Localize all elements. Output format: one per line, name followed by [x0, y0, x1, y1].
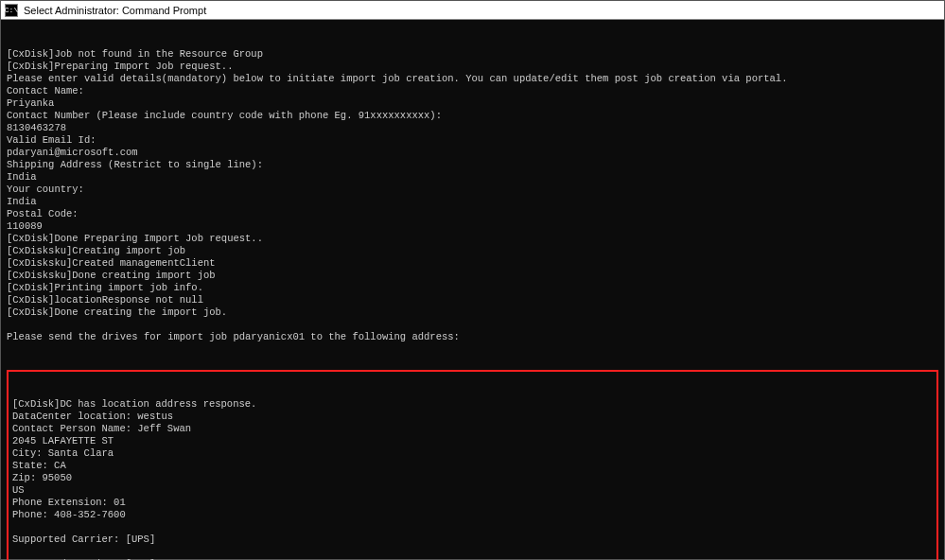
terminal-output[interactable]: [CxDisk]Job not found in the Resource Gr… — [1, 20, 944, 560]
terminal-line: Please enter valid details(mandatory) be… — [7, 73, 938, 85]
terminal-line: Zip: 95050 — [12, 472, 933, 484]
titlebar[interactable]: C:\ Select Administrator: Command Prompt — [1, 1, 944, 20]
terminal-line: City: Santa Clara — [12, 447, 933, 460]
terminal-line: 8130463278 — [7, 122, 938, 134]
terminal-upper-block: [CxDisk]Job not found in the Resource Gr… — [7, 48, 938, 343]
terminal-line: US — [12, 484, 933, 497]
terminal-line: 110089 — [7, 220, 938, 233]
terminal-line: State: CA — [12, 460, 933, 472]
terminal-line: India — [7, 196, 938, 208]
terminal-line: Supported Carrier: [UPS] — [12, 534, 933, 546]
terminal-line: India — [7, 171, 938, 184]
terminal-line: Postal Code: — [7, 208, 938, 220]
cmd-icon: C:\ — [5, 4, 18, 17]
terminal-line: Please send the drives for import job pd… — [7, 331, 938, 343]
terminal-line — [12, 546, 933, 558]
terminal-line: Valid Email Id: — [7, 134, 938, 147]
terminal-line: Phone Extension: 01 — [12, 497, 933, 509]
terminal-line: DataCenter location: westus — [12, 411, 933, 423]
terminal-line: [CxDisk]Job not found in the Resource Gr… — [7, 48, 938, 61]
terminal-line: [CxDisk]DC has location address response… — [12, 398, 933, 411]
terminal-line: [CxDisksku]Creating import job — [7, 245, 938, 257]
terminal-boxed-block: [CxDisk]DC has location address response… — [12, 398, 933, 560]
highlighted-output-box: [CxDisk]DC has location address response… — [7, 370, 938, 560]
window-title: Select Administrator: Command Prompt — [24, 5, 206, 16]
terminal-line: [CxDisk]Done Preparing Import Job reques… — [7, 233, 938, 245]
terminal-line: [CxDisksku]Created managementClient — [7, 257, 938, 270]
terminal-line: Priyanka — [7, 97, 938, 110]
terminal-line: [CxDisk]Preparing Import Job request.. — [7, 61, 938, 73]
terminal-line: Contact Number (Please include country c… — [7, 110, 938, 122]
terminal-line: 2045 LAFAYETTE ST — [12, 435, 933, 447]
terminal-line: [CxDisk]Printing import job info. — [7, 282, 938, 294]
terminal-line — [12, 521, 933, 534]
terminal-line: Contact Name: — [7, 85, 938, 97]
terminal-line: [CxDisk]Done creating the import job. — [7, 306, 938, 319]
terminal-line — [7, 319, 938, 331]
terminal-line: Shipping Address (Restrict to single lin… — [7, 159, 938, 171]
terminal-line: Your country: — [7, 184, 938, 196]
command-prompt-window: C:\ Select Administrator: Command Prompt… — [0, 0, 945, 560]
terminal-line: Phone: 408-352-7600 — [12, 509, 933, 521]
terminal-line: pdaryani@microsoft.com — [7, 147, 938, 159]
terminal-line: Contact Person Name: Jeff Swan — [12, 423, 933, 435]
terminal-line: [CxDisk]locationResponse not null — [7, 294, 938, 306]
terminal-line: [CxDisksku]Done creating import job — [7, 270, 938, 282]
